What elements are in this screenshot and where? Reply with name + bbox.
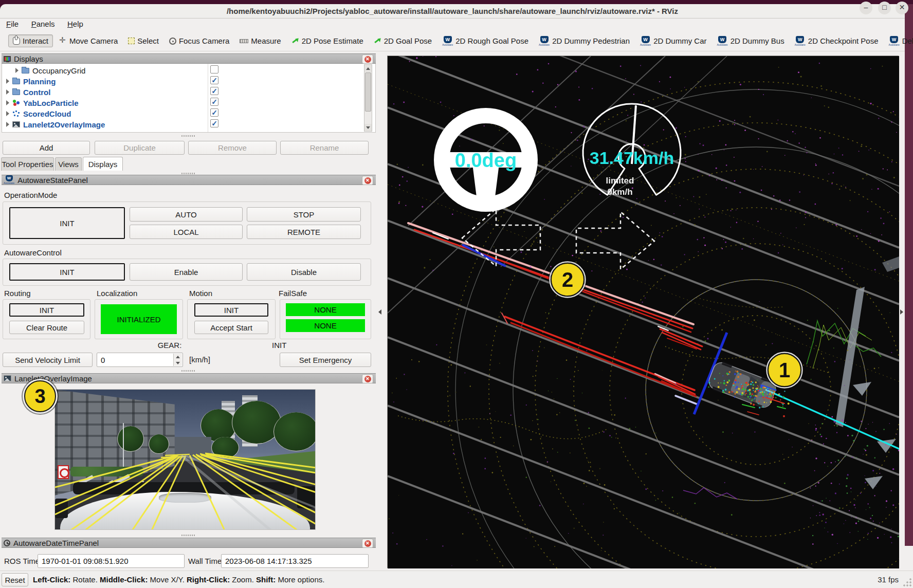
checkbox-occupancygrid[interactable]: ✓ — [210, 65, 218, 74]
wall-time-field[interactable]: 2023-06-08 14:17:13.325 — [221, 554, 369, 568]
ros-time-field[interactable]: 1970-01-01 09:08:51.920 — [38, 554, 185, 568]
scroll-up-icon[interactable] — [364, 65, 372, 72]
tool-focus-camera[interactable]: Focus Camera — [165, 35, 233, 47]
displays-tree[interactable]: OccupancyGrid ✓ Planning ✓ Control ✓ Yab… — [2, 64, 376, 133]
routing-init-button[interactable]: INIT — [9, 303, 84, 317]
close-icon: ✕ — [364, 177, 371, 184]
set-emergency-button[interactable]: Set Emergency — [280, 353, 371, 367]
datetime-panel-header[interactable]: AutowareDateTimePanel ✕ — [2, 538, 376, 548]
tab-displays[interactable]: Displays — [83, 157, 123, 171]
expand-arrow-icon[interactable] — [6, 122, 9, 127]
close-button[interactable]: ✕ — [896, 2, 908, 14]
splitter-handle[interactable] — [181, 135, 195, 137]
displays-panel-header[interactable]: Displays ✕ — [2, 53, 376, 64]
tree-row-yablocparticle[interactable]: YabLocParticle — [6, 98, 79, 108]
disable-button[interactable]: Disable — [247, 263, 361, 281]
tool-label: 2D Dummy Pedestrian — [552, 36, 630, 45]
expand-arrow-icon[interactable] — [6, 79, 9, 84]
3d-viewport[interactable]: 0.0deg 31.47km/h limited 0km/h 2 — [387, 56, 899, 568]
tool-2d-dummy-bus[interactable]: WAutoware 2D Dummy Bus — [713, 34, 789, 48]
spinbox-arrows[interactable] — [173, 354, 182, 366]
duplicate-button[interactable]: Duplicate — [95, 141, 185, 155]
tree-column-divider[interactable] — [208, 64, 208, 132]
tool-move-camera[interactable]: Move Camera — [55, 35, 122, 47]
checkbox-control[interactable]: ✓ — [210, 87, 218, 95]
tool-2d-dummy-pedestrian[interactable]: WAutoware 2D Dummy Pedestrian — [535, 34, 634, 48]
desktop-top-strip — [0, 0, 913, 4]
pointcloud-icon — [12, 111, 20, 117]
tree-row-control[interactable]: Control — [6, 87, 50, 97]
viewport-scene: 0.0deg 31.47km/h limited 0km/h 2 — [388, 56, 899, 568]
expand-arrow-icon[interactable] — [6, 100, 9, 105]
maximize-button[interactable]: □ — [878, 2, 891, 14]
tool-select[interactable]: Select — [124, 35, 163, 47]
checkbox-scoredcloud[interactable]: ✓ — [210, 108, 218, 117]
overlay-image-panel-header[interactable]: Lanelet2OverlayImage ✕ — [2, 373, 376, 383]
titlebar[interactable]: /home/kentoyabuuchi2/Projects/yabloc_aut… — [0, 4, 905, 19]
tree-row-lanelet2overlayimage[interactable]: Lanelet2OverlayImage — [6, 119, 105, 130]
remove-button[interactable]: Remove — [188, 141, 277, 155]
datetime-panel-close-button[interactable]: ✕ — [362, 539, 373, 548]
overlay-panel-close-button[interactable]: ✕ — [362, 374, 373, 383]
menu-file[interactable]: File — [1, 19, 24, 29]
tool-2d-goal-pose[interactable]: 2D Goal Pose — [370, 35, 436, 47]
checkbox-yablocparticle[interactable]: ✓ — [210, 98, 218, 106]
tool-2d-rough-goal-pose[interactable]: WAutoware 2D Rough Goal Pose — [438, 34, 533, 48]
operation-mode-label: OperationMode — [4, 191, 57, 199]
expand-arrow-icon[interactable] — [6, 111, 9, 116]
tool-2d-checkpoint-pose[interactable]: WAutoware 2D Checkpoint Pose — [791, 34, 883, 48]
add-button[interactable]: Add — [3, 141, 90, 155]
motion-init-button[interactable]: INIT — [194, 303, 268, 317]
menu-help[interactable]: Help — [62, 19, 88, 29]
close-icon: ✕ — [364, 540, 371, 547]
tab-views[interactable]: Views — [55, 157, 82, 171]
expand-arrow-icon[interactable] — [15, 68, 19, 73]
tree-row-planning[interactable]: Planning — [6, 76, 56, 86]
minimize-button[interactable]: – — [860, 2, 872, 14]
state-panel-close-button[interactable]: ✕ — [362, 176, 373, 185]
tree-row-scoredcloud[interactable]: ScoredCloud — [6, 108, 71, 119]
displays-close-button[interactable]: ✕ — [362, 54, 373, 64]
scroll-down-icon[interactable] — [364, 124, 372, 131]
autoware-state-panel-header[interactable]: WAutoware AutowareStatePanel ✕ — [2, 175, 376, 185]
clear-route-button[interactable]: Clear Route — [9, 321, 84, 334]
tool-2d-pose-estimate[interactable]: 2D Pose Estimate — [287, 35, 368, 47]
tree-scrollbar[interactable] — [364, 64, 372, 132]
tool-interact[interactable]: Interact — [8, 34, 53, 47]
send-velocity-limit-button[interactable]: Send Velocity Limit — [3, 353, 93, 367]
accept-start-button[interactable]: Accept Start — [194, 321, 268, 334]
expand-arrow-icon[interactable] — [6, 89, 9, 95]
tool-measure[interactable]: Measure — [235, 35, 285, 47]
tab-tool-properties[interactable]: Tool Properties — [1, 157, 54, 171]
limited-value: 0km/h — [607, 187, 632, 197]
checkbox-planning[interactable]: ✓ — [210, 76, 218, 84]
splitter-handle[interactable] — [181, 535, 195, 536]
velocity-limit-input[interactable]: 0 — [97, 353, 183, 367]
remote-button[interactable]: REMOTE — [247, 225, 361, 239]
auto-button[interactable]: AUTO — [130, 207, 243, 222]
stop-button[interactable]: STOP — [247, 207, 361, 222]
rename-button[interactable]: Rename — [280, 141, 369, 155]
control-init-button[interactable]: INIT — [9, 263, 125, 281]
tool-delete-all-objects[interactable]: WAutoware Delete All Objects — [885, 34, 913, 48]
checkbox-lanelet2overlayimage[interactable]: ✓ — [210, 119, 218, 127]
state-panel-title: AutowareStatePanel — [17, 176, 88, 185]
splitter-handle[interactable] — [181, 370, 195, 372]
motion-label: Motion — [189, 289, 212, 298]
local-button[interactable]: LOCAL — [130, 225, 243, 239]
tool-label: Measure — [251, 36, 281, 45]
tool-2d-dummy-car[interactable]: WAutoware 2D Dummy Car — [636, 34, 710, 48]
menu-panels[interactable]: Panels — [26, 19, 60, 29]
collapse-right-icon[interactable] — [900, 309, 903, 315]
localization-label: Localization — [97, 289, 137, 298]
wall-time-value: 2023-06-08 14:17:13.325 — [225, 557, 312, 565]
operation-mode-init-button[interactable]: INIT — [9, 207, 125, 239]
collapse-left-panel-icon[interactable] — [378, 309, 381, 315]
reset-button[interactable]: Reset — [2, 573, 28, 586]
enable-button[interactable]: Enable — [130, 263, 243, 281]
tree-row-occupancygrid[interactable]: OccupancyGrid — [15, 65, 85, 76]
ros-time-value: 1970-01-01 09:08:51.920 — [42, 557, 128, 565]
scrollbar-thumb[interactable] — [365, 72, 371, 112]
splitter-handle[interactable] — [181, 173, 195, 174]
resize-grip[interactable] — [903, 578, 912, 587]
